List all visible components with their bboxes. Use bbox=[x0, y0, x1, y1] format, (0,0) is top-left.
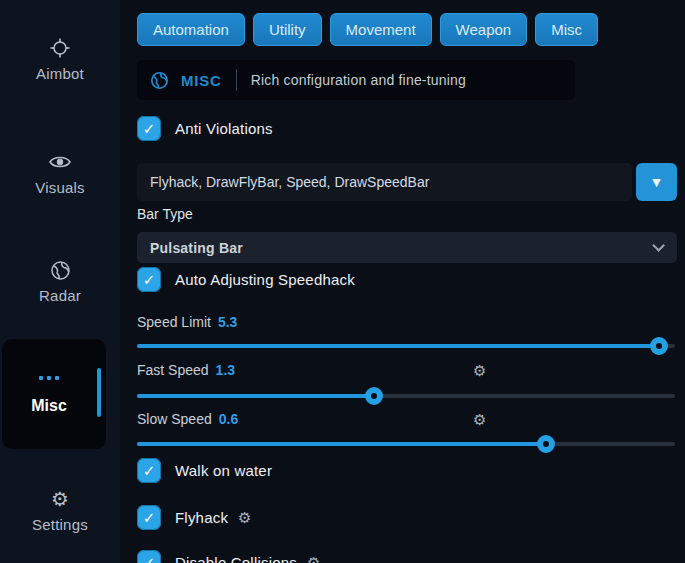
sidebar-item-label: Settings bbox=[0, 516, 120, 533]
sidebar-item-aimbot[interactable]: Aimbot bbox=[0, 36, 120, 82]
select-value: Pulsating Bar bbox=[150, 240, 243, 256]
sidebar-item-label: Misc bbox=[2, 397, 96, 415]
slow-speed-value: 0.6 bbox=[219, 411, 238, 427]
anti-violations-checkbox[interactable] bbox=[137, 116, 161, 141]
divider bbox=[236, 69, 237, 91]
eye-icon bbox=[0, 150, 120, 174]
dropdown-arrow-button[interactable] bbox=[636, 163, 677, 201]
bar-multiselect: Flyhack, DrawFlyBar, Speed, DrawSpeedBar bbox=[137, 163, 677, 201]
slider-thumb[interactable] bbox=[537, 435, 555, 453]
checkbox-label: Disable Collisions bbox=[175, 554, 297, 563]
slider-thumb[interactable] bbox=[650, 337, 668, 355]
gear-icon[interactable]: ⚙ bbox=[307, 554, 320, 563]
sidebar-item-radar[interactable]: Radar bbox=[0, 258, 120, 304]
sidebar-item-label: Visuals bbox=[0, 179, 120, 196]
slow-speed-label: Slow Speed 0.6 bbox=[137, 411, 238, 427]
disable-collisions-checkbox[interactable] bbox=[137, 550, 161, 563]
speed-limit-value: 5.3 bbox=[218, 314, 237, 330]
sidebar-item-visuals[interactable]: Visuals bbox=[0, 150, 120, 196]
auto-adjusting-row: Auto Adjusting Speedhack bbox=[137, 267, 355, 292]
ellipsis-icon bbox=[2, 376, 96, 380]
tab-weapon[interactable]: Weapon bbox=[440, 13, 528, 46]
fast-speed-value: 1.3 bbox=[216, 362, 235, 378]
gear-icon: ⚙ bbox=[0, 487, 120, 511]
tab-utility[interactable]: Utility bbox=[253, 13, 322, 46]
mod-menu-window: Aimbot Visuals Radar Misc bbox=[0, 0, 685, 563]
fast-speed-label: Fast Speed 1.3 bbox=[137, 362, 235, 378]
anti-violations-row: Anti Violations bbox=[137, 116, 273, 141]
walk-on-water-row: Walk on water bbox=[137, 458, 272, 483]
gear-icon[interactable]: ⚙ bbox=[473, 362, 486, 380]
bar-multiselect-field[interactable]: Flyhack, DrawFlyBar, Speed, DrawSpeedBar bbox=[137, 163, 632, 201]
crosshair-icon bbox=[0, 36, 120, 60]
selected-indicator-bar bbox=[97, 368, 101, 417]
speed-limit-label: Speed Limit 5.3 bbox=[137, 314, 237, 330]
sidebar-item-label: Radar bbox=[0, 287, 120, 304]
checkbox-label: Walk on water bbox=[175, 462, 272, 479]
walk-on-water-checkbox[interactable] bbox=[137, 458, 161, 483]
disable-collisions-row: Disable Collisions ⚙ bbox=[137, 550, 320, 563]
sidebar-item-settings[interactable]: ⚙ Settings bbox=[0, 487, 120, 533]
sidebar-item-misc-selected[interactable]: Misc bbox=[2, 339, 106, 449]
bar-type-label: Bar Type bbox=[137, 206, 193, 222]
bar-type-select[interactable]: Pulsating Bar bbox=[137, 232, 677, 263]
tab-automation[interactable]: Automation bbox=[137, 13, 245, 46]
chevron-down-icon bbox=[652, 239, 665, 252]
globe-icon bbox=[0, 258, 120, 282]
slider-thumb[interactable] bbox=[365, 387, 383, 405]
gear-icon[interactable]: ⚙ bbox=[473, 411, 486, 429]
section-header: MISC Rich configuration and fine-tuning bbox=[137, 60, 575, 100]
flyhack-checkbox[interactable] bbox=[137, 505, 161, 530]
fast-speed-slider[interactable] bbox=[137, 394, 675, 398]
category-tabs: Automation Utility Movement Weapon Misc bbox=[137, 13, 598, 46]
checkbox-label: Anti Violations bbox=[175, 120, 273, 137]
gear-icon[interactable]: ⚙ bbox=[238, 509, 251, 527]
sidebar-item-label: Aimbot bbox=[0, 65, 120, 82]
sidebar: Aimbot Visuals Radar Misc bbox=[0, 0, 120, 563]
section-subtitle: Rich configuration and fine-tuning bbox=[251, 72, 466, 88]
speed-limit-slider[interactable] bbox=[137, 344, 675, 348]
checkbox-label: Flyhack bbox=[175, 509, 228, 526]
slow-speed-slider[interactable] bbox=[137, 442, 675, 446]
globe-icon bbox=[150, 71, 169, 90]
section-title: MISC bbox=[181, 72, 222, 89]
tab-movement[interactable]: Movement bbox=[330, 13, 432, 46]
tab-misc[interactable]: Misc bbox=[535, 13, 598, 46]
auto-adjusting-checkbox[interactable] bbox=[137, 267, 161, 292]
checkbox-label: Auto Adjusting Speedhack bbox=[175, 271, 355, 288]
flyhack-row: Flyhack ⚙ bbox=[137, 505, 252, 530]
